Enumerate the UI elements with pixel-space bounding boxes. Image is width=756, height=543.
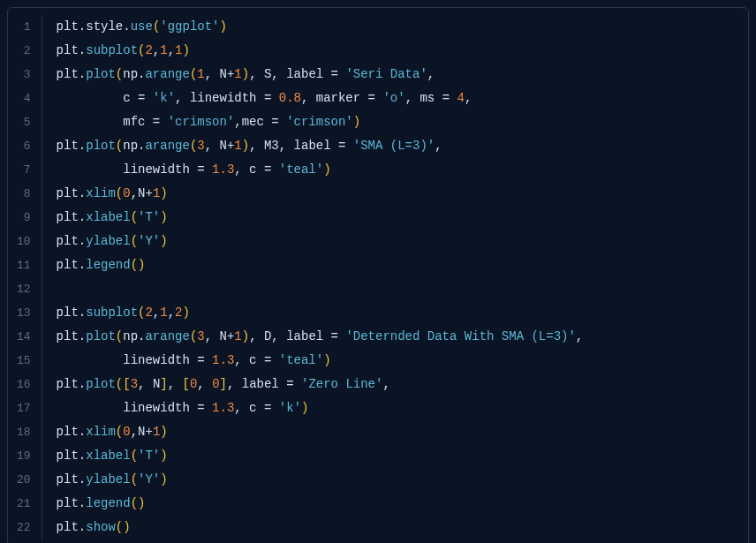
code-line: plt.subplot(2,1,2) [57, 301, 748, 325]
line-number: 18 [17, 420, 31, 444]
token-str: 'k' [153, 91, 175, 105]
token-num: 1 [160, 43, 167, 57]
token-arg: mfc [123, 115, 145, 129]
line-number: 4 [17, 87, 31, 110]
token-str: 'Deternded Data With SMA (L=3)' [345, 329, 575, 343]
token-obj: plt [57, 520, 79, 534]
token-str: 'Y' [138, 472, 160, 486]
token-obj: plt [57, 19, 79, 34]
token-dot: . [79, 258, 86, 272]
token-num: 1 [234, 139, 241, 153]
token-num: 0 [123, 425, 130, 439]
token-obj: plt [57, 425, 79, 439]
token-meth: subplot [86, 305, 138, 320]
token-op: , [131, 425, 138, 439]
token-op: + [145, 425, 152, 439]
token-op: , [234, 162, 249, 177]
code-line [57, 277, 748, 301]
line-number: 11 [17, 253, 31, 277]
token-meth: xlabel [86, 449, 130, 463]
token-num: 1.3 [212, 401, 234, 415]
token-arg: c [249, 162, 256, 177]
token-meth: arange [145, 329, 189, 343]
token-arg: linewidth [190, 91, 257, 105]
token-paren: ) [242, 67, 249, 81]
token-brack: [ [123, 377, 130, 391]
token-meth: xlim [86, 425, 116, 439]
token-obj [57, 353, 124, 367]
token-brack: ] [160, 377, 167, 391]
token-dot: . [79, 234, 86, 248]
token-obj [57, 162, 124, 177]
line-number: 14 [17, 325, 31, 349]
token-paren: ( [116, 377, 123, 391]
token-obj: plt [57, 472, 79, 486]
token-meth: plot [86, 67, 116, 81]
token-paren: ( [116, 67, 123, 81]
token-paren: () [131, 258, 146, 272]
token-obj: plt [57, 305, 79, 320]
code-line: linewidth = 1.3, c = 'teal') [57, 158, 748, 182]
token-obj: plt [57, 139, 79, 153]
token-obj: np [123, 329, 138, 343]
token-meth: legend [86, 496, 130, 510]
code-line: plt.ylabel('Y') [57, 230, 748, 253]
token-paren: ( [116, 329, 123, 343]
token-brack: [ [183, 377, 190, 391]
token-dot: . [79, 19, 86, 34]
token-dot: . [79, 210, 86, 224]
line-number: 6 [17, 134, 31, 158]
token-dot: . [79, 425, 86, 439]
token-arg: c [249, 353, 256, 367]
code-line: plt.xlim(0,N+1) [57, 182, 748, 206]
token-arg: linewidth [123, 401, 190, 415]
code-line: mfc = 'crimson',mec = 'crimson') [57, 110, 748, 134]
token-num: 3 [197, 329, 204, 343]
line-number: 20 [17, 468, 31, 492]
token-op: = [145, 115, 167, 129]
token-meth: subplot [86, 43, 138, 57]
token-op: = [257, 353, 279, 367]
token-dot: . [79, 520, 86, 534]
token-dot: . [79, 186, 86, 200]
token-str: 'T' [138, 210, 160, 224]
token-obj: plt [57, 258, 79, 272]
token-arg: marker [316, 91, 360, 105]
token-op: , [249, 329, 264, 343]
token-paren: ) [182, 43, 189, 57]
token-num: 1.3 [212, 353, 234, 367]
code-line: plt.legend() [57, 253, 748, 277]
code-line: plt.plot(np.arange(3, N+1), D, label = '… [57, 325, 748, 349]
token-op: , [382, 377, 389, 391]
token-op: , [168, 305, 175, 320]
token-brack: ] [220, 377, 227, 391]
line-number: 1 [17, 15, 31, 39]
code-line: linewidth = 1.3, c = 'teal') [57, 349, 748, 373]
line-number: 19 [17, 444, 31, 468]
token-obj: M3 [264, 139, 279, 153]
token-num: 1.3 [212, 162, 234, 177]
token-op: = [323, 67, 345, 81]
token-op: , [249, 67, 264, 81]
token-op: , [234, 353, 249, 367]
line-number: 15 [17, 349, 31, 373]
code-line: plt.plot([3, N], [0, 0], label = 'Zero L… [57, 373, 748, 396]
token-str: 'Y' [138, 234, 160, 248]
code-line: c = 'k', linewidth = 0.8, marker = 'o', … [57, 87, 748, 110]
token-dot: . [79, 449, 86, 463]
token-str: 'crimson' [286, 115, 353, 129]
token-op: , [301, 91, 316, 105]
token-obj: plt [57, 234, 79, 248]
token-paren: ) [242, 329, 249, 343]
code-line: plt.xlabel('T') [57, 206, 748, 230]
token-op: , [205, 329, 220, 343]
token-op: = [360, 91, 382, 105]
token-op: + [145, 186, 152, 200]
token-op: , [576, 329, 583, 343]
token-op: , [249, 139, 264, 153]
code-content[interactable]: plt.style.use('ggplot')plt.subplot(2,1,1… [42, 15, 748, 539]
token-obj: plt [57, 496, 79, 510]
token-paren: ) [160, 234, 167, 248]
token-op: = [257, 91, 279, 105]
token-str: 'Zero Line' [301, 377, 382, 391]
